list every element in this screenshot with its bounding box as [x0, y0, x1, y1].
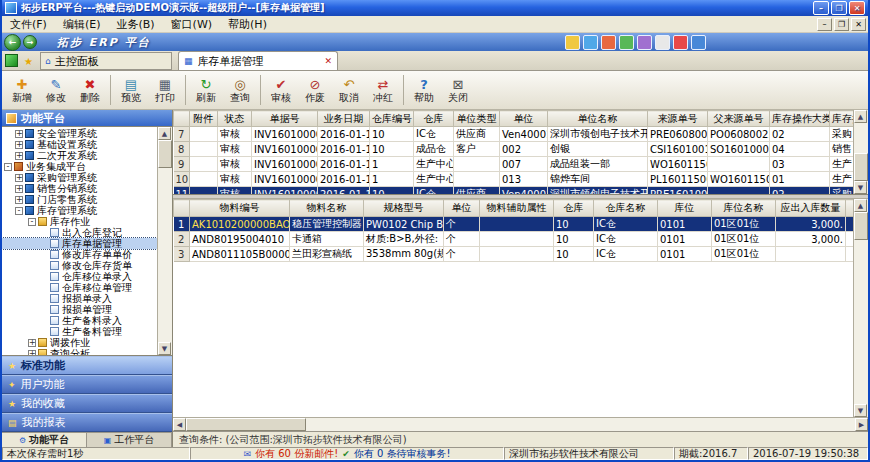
- cell[interactable]: IC仓: [594, 247, 658, 262]
- detail-grid-vscrollbar[interactable]: ▲ ▼: [853, 199, 868, 417]
- bottom-tab-work-platform[interactable]: ▣工作平台: [87, 433, 172, 447]
- expander-icon[interactable]: +: [15, 174, 23, 182]
- cell[interactable]: 个: [444, 232, 480, 247]
- cell[interactable]: 10: [370, 127, 414, 142]
- column-header[interactable]: 物料编号: [190, 200, 290, 217]
- cell[interactable]: 审核: [218, 142, 252, 157]
- cell[interactable]: Ven40001: [500, 187, 548, 195]
- minimize-button[interactable]: –: [813, 1, 829, 15]
- alert-icon[interactable]: [673, 35, 688, 50]
- cell[interactable]: CSI1601001: [648, 142, 708, 157]
- toolbar-button-void[interactable]: ⊘作废: [298, 73, 332, 107]
- cell[interactable]: 007: [500, 157, 548, 172]
- cell[interactable]: 2016-01-15: [318, 187, 370, 195]
- column-header[interactable]: 单据号: [252, 111, 318, 127]
- cell[interactable]: [480, 217, 554, 232]
- scroll-up-button[interactable]: ▲: [854, 110, 867, 123]
- cell[interactable]: 1: [370, 172, 414, 187]
- cell[interactable]: 生产中心: [414, 157, 454, 172]
- detail-grid-hscrollbar[interactable]: ◀ ▶: [173, 417, 868, 431]
- cell[interactable]: 采购: [830, 127, 854, 142]
- cell[interactable]: AND80195004010: [190, 232, 290, 247]
- cell[interactable]: 01区01位: [712, 217, 776, 232]
- expander-icon[interactable]: +: [15, 152, 23, 160]
- mdi-restore-button[interactable]: ❐: [834, 18, 849, 31]
- row-number[interactable]: 9: [174, 157, 190, 172]
- column-header[interactable]: 仓库: [414, 111, 454, 127]
- scroll-down-button[interactable]: ▼: [854, 404, 867, 417]
- scroll-left-button[interactable]: ◀: [173, 418, 186, 431]
- mail-alert-text[interactable]: 你有 60 份新邮件!: [255, 447, 338, 460]
- column-header[interactable]: 应出入库数量: [776, 200, 846, 217]
- cell[interactable]: PL1601150001: [648, 172, 708, 187]
- cell[interactable]: 10: [554, 217, 594, 232]
- cell[interactable]: 深圳市领创电子技术开发有限公司: [548, 127, 648, 142]
- cell[interactable]: PW0102 Chip Bi: [364, 217, 444, 232]
- expander-icon[interactable]: +: [15, 130, 23, 138]
- cell[interactable]: 客户: [454, 142, 500, 157]
- table-row[interactable]: 7审核INV1601000052016-01-1810IC仓供应商Ven4000…: [174, 127, 854, 142]
- scrollbar-track[interactable]: [854, 123, 868, 153]
- row-number[interactable]: 10: [174, 172, 190, 187]
- cell[interactable]: IC仓: [594, 232, 658, 247]
- cell[interactable]: 10: [370, 187, 414, 195]
- column-header[interactable]: 父来源单号: [708, 111, 770, 127]
- toolbar-button-cancel[interactable]: ↶取消: [332, 73, 366, 107]
- column-header[interactable]: 库位名称: [712, 200, 776, 217]
- column-header[interactable]: 库位: [658, 200, 712, 217]
- cell[interactable]: 03: [770, 157, 830, 172]
- scrollbar-thumb[interactable]: [854, 153, 868, 181]
- cell[interactable]: WO16011500001: [648, 157, 708, 172]
- column-header[interactable]: 规格型号: [364, 200, 444, 217]
- maximize-button[interactable]: ❐: [831, 1, 847, 15]
- cell[interactable]: 0101: [658, 232, 712, 247]
- toolbar-button-new[interactable]: ✚新增: [5, 73, 39, 107]
- cell[interactable]: [708, 157, 770, 172]
- menu-help[interactable]: 帮助(H): [220, 17, 275, 32]
- cell[interactable]: 审核: [218, 127, 252, 142]
- cell[interactable]: IC仓: [414, 127, 454, 142]
- tree-vscrollbar[interactable]: ▲ ▼: [157, 127, 172, 355]
- cell[interactable]: [846, 217, 854, 232]
- expander-icon[interactable]: +: [15, 185, 23, 193]
- row-number[interactable]: 1: [174, 217, 190, 232]
- column-header[interactable]: 物料名称: [290, 200, 364, 217]
- cell[interactable]: PO06080022: [708, 127, 770, 142]
- column-header[interactable]: 库存操作大类: [770, 111, 830, 127]
- cell[interactable]: [708, 187, 770, 195]
- column-header[interactable]: 库存操作: [830, 111, 854, 127]
- menu-file[interactable]: 文件(F): [2, 17, 55, 32]
- tab-inventory-doc-mgmt[interactable]: ▦ 库存单据管理 ✕: [178, 51, 338, 70]
- table-row[interactable]: 10审核INV1601000012016-01-151生产中心013锦烨车间PL…: [174, 172, 854, 187]
- expander-icon[interactable]: +: [28, 350, 36, 356]
- scrollbar-track[interactable]: [306, 418, 855, 431]
- column-header[interactable]: [174, 111, 190, 127]
- cell[interactable]: [454, 172, 500, 187]
- scrollbar-thumb[interactable]: [186, 418, 306, 431]
- scrollbar-track[interactable]: [854, 240, 868, 404]
- toolbar-button-help[interactable]: ?帮助: [407, 73, 441, 107]
- column-header[interactable]: 仓库: [554, 200, 594, 217]
- favorites-icon[interactable]: [5, 54, 18, 67]
- cell[interactable]: 个: [444, 247, 480, 262]
- toolbar-button-audit[interactable]: ✔审核: [264, 73, 298, 107]
- cell[interactable]: [776, 247, 846, 262]
- table-row-selected[interactable]: 11审核INV1601000022016-01-1510IC仓供应商Ven400…: [174, 187, 854, 195]
- cell[interactable]: 创银: [548, 142, 648, 157]
- back-button[interactable]: ←: [4, 34, 21, 51]
- table-row[interactable]: 2AND80195004010卡通箱材质:B>B,外径:个10IC仓010101…: [174, 232, 854, 247]
- cell[interactable]: INV160100005: [252, 127, 318, 142]
- cell[interactable]: 0101: [658, 247, 712, 262]
- cell[interactable]: 生产中心: [414, 172, 454, 187]
- tab-close-icon[interactable]: ✕: [324, 56, 332, 66]
- cell[interactable]: INV160100001: [252, 172, 318, 187]
- cell[interactable]: PRE0608002: [648, 127, 708, 142]
- column-header[interactable]: 业务日期: [318, 111, 370, 127]
- column-header[interactable]: [174, 200, 190, 217]
- forward-button[interactable]: →: [23, 35, 37, 49]
- toolbar-button-reverse[interactable]: ⇄冲红: [366, 73, 400, 107]
- table-row[interactable]: 8审核INV1601000032016-01-1510成品仓客户002创银CSI…: [174, 142, 854, 157]
- cell[interactable]: INV160100004: [252, 157, 318, 172]
- close-button[interactable]: ✕: [849, 1, 865, 15]
- cell[interactable]: 01: [770, 172, 830, 187]
